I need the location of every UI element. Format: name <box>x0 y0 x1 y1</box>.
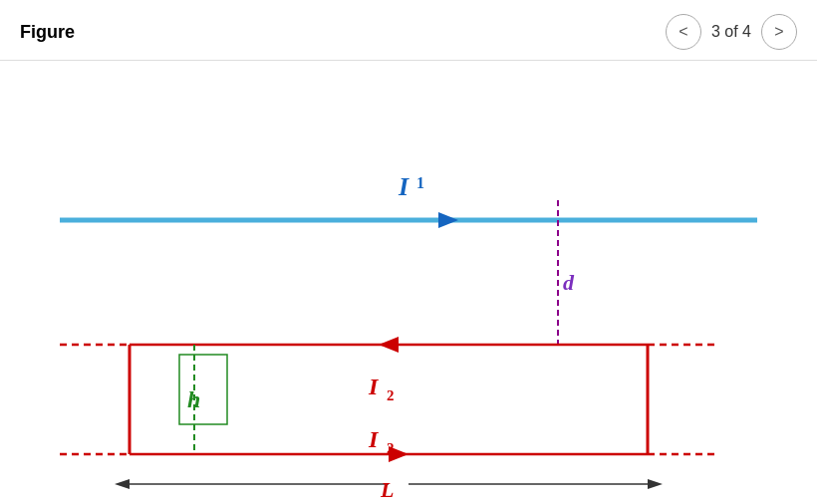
svg-text:I: I <box>398 172 409 201</box>
svg-text:h: h <box>187 386 200 412</box>
svg-text:1: 1 <box>416 174 424 191</box>
svg-marker-1 <box>438 212 458 228</box>
svg-marker-14 <box>379 337 399 353</box>
svg-text:I: I <box>368 426 380 452</box>
figure-header: Figure < 3 of 4 > <box>0 0 817 61</box>
next-button[interactable]: > <box>761 14 797 50</box>
prev-button[interactable]: < <box>666 14 701 50</box>
figure-svg: I 1 d I 2 I 2 h <box>0 61 817 499</box>
svg-text:d: d <box>563 270 575 295</box>
page-indicator: 3 of 4 <box>711 23 751 41</box>
svg-text:L: L <box>380 477 394 499</box>
figure-title: Figure <box>20 22 75 43</box>
svg-text:I: I <box>368 374 380 399</box>
svg-marker-24 <box>115 479 130 489</box>
svg-marker-26 <box>648 479 663 489</box>
svg-text:2: 2 <box>387 387 395 403</box>
svg-text:2: 2 <box>387 440 395 456</box>
figure-area: I 1 d I 2 I 2 h <box>0 61 817 499</box>
navigation-controls: < 3 of 4 > <box>666 14 797 50</box>
